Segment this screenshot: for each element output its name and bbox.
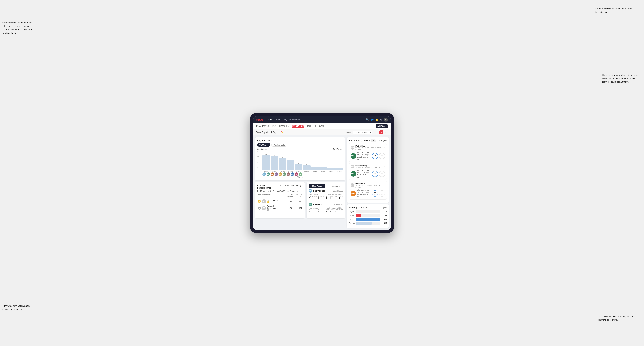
practice-val-0: 6 (318, 197, 320, 199)
shot-item-2: DF David Ford 24 Aug 2023 · Royal North … (349, 181, 387, 199)
edit-icon[interactable]: ✏️ (281, 131, 283, 134)
shot-chevron-0[interactable]: › (384, 146, 385, 149)
tab-most-active[interactable]: Most Active (309, 184, 326, 188)
putt-label: PUTT (339, 195, 343, 197)
shot-info-2: Shot Dist: 16 ydsStart Lie: RoughEnd Lie… (357, 189, 371, 198)
subnav-tour[interactable]: Tour (307, 125, 311, 128)
users-icon[interactable]: 👥 (371, 118, 374, 121)
tab-least-active[interactable]: Least Active (326, 184, 343, 188)
birdies-count: 96 (382, 215, 387, 216)
bell-icon[interactable]: 🔔 (376, 118, 378, 121)
scoring-players-dropdown[interactable]: All Players (378, 207, 387, 209)
grid-icon[interactable]: ⊞ (375, 130, 379, 134)
practice-label-1: Practice (318, 209, 324, 211)
shot-name-1: Blair McHarg (356, 165, 383, 167)
eagles-bar-bg (356, 210, 380, 213)
pars-count: 499 (382, 218, 387, 220)
shot-metrics-1: 43 yds 0 yds (372, 171, 385, 177)
birdies-bar-fill (356, 214, 361, 217)
bar-name-5: O. Billingham (304, 171, 309, 172)
bar-name-4: E. Ebert (296, 171, 301, 172)
putt-val-1: 0 (339, 211, 340, 213)
leaderboard-row-0: 1 RB Richard Butler 🥇 19/20 110 (257, 198, 303, 204)
search-icon[interactable]: 🔍 (366, 118, 369, 121)
apl-rounds-label-0: Total Rounds Tournament 7 Practice (309, 194, 324, 199)
subnav-all-players[interactable]: All Players (314, 125, 324, 128)
apl-rounds-1: Total Rounds Tournament 8 Practice (309, 207, 324, 213)
shot-player-row-1: BM Blair McHarg 23 Jul 2023 · Ashridge G… (350, 165, 385, 169)
shot-chevron-1[interactable]: › (384, 165, 385, 168)
pars-label: Pars (349, 218, 355, 220)
eagles-bar-fill (356, 210, 356, 213)
tournament-label: Tournament (309, 195, 317, 197)
birdies-bar-bg (356, 214, 380, 217)
bar-col-0: 13 B. McHarg (262, 154, 270, 172)
col-player-name: PLAYER NAME (258, 194, 284, 197)
shot-badge-1: 200 SG (350, 171, 356, 177)
player-col-2: Edward Crossman 🥈 (267, 205, 282, 211)
best-shots-card: Best Shots All Shots ▼ All Players MM Ma… (347, 137, 389, 202)
shot-info-1: Shot Dist: 43 ydsStart Lie: RoughEnd Lie… (357, 170, 371, 178)
app-label-1: APP (330, 209, 334, 211)
tab-on-course[interactable]: On Course (257, 143, 270, 147)
subnav-team-clippd[interactable]: Team Clippd (292, 125, 304, 128)
arg-val-1: 0 (334, 211, 336, 213)
tablet-device: clippd Home Teams My Performance 🔍 👥 🔔 ⊕… (250, 113, 394, 233)
user-avatar[interactable]: U (384, 118, 388, 122)
list-icon[interactable]: ≡ (384, 130, 388, 134)
nav-teams[interactable]: Teams (275, 119, 282, 121)
eagles-label: Eagles (349, 211, 355, 213)
shot-metrics-2: 16 yds 0 yds (372, 190, 385, 197)
subnav-hcaps[interactable]: Hcaps 1-5 (279, 125, 289, 128)
tablet-screen: clippd Home Teams My Performance 🔍 👥 🔔 ⊕… (254, 116, 390, 229)
bar-val-2: 10 (282, 157, 283, 158)
arg-label: ARG (334, 195, 338, 197)
add-team-button[interactable]: Add Team (376, 124, 388, 128)
plus-circle-icon[interactable]: ⊕ (380, 118, 382, 121)
scoring-par-dropdown[interactable]: Par 3, 4 & 5s (358, 207, 368, 209)
col-pb-avg: PB AVG SQ (293, 194, 302, 197)
shot-avatar-ford: DF (350, 183, 354, 187)
birdies-label: Birdies (349, 215, 355, 216)
shot-metrics-0: 67 yds 0 yds (372, 153, 385, 159)
apl-practice-1: Total Practice Activities GTT0 APP0 ARG0… (326, 207, 343, 213)
apl-avatar-1: RB (309, 203, 312, 206)
bar-val-4: 5 (298, 163, 299, 164)
drill-dropdown[interactable]: PUTT Must Make Putting ... (280, 184, 303, 189)
shot-chevron-2[interactable]: › (384, 184, 385, 187)
subnav-pgat[interactable]: PGAT Players (256, 125, 269, 128)
chart-dropdown[interactable]: Total Rounds (333, 148, 343, 150)
shot-detail-1: 23 Jul 2023 · Ashridge GC, Hole 15 (356, 167, 383, 169)
leaderboard-row-1: 2 EC Edward Crossman 🥈 18/20 107 (257, 204, 303, 212)
annotation-filter-player: You can also filter to show just one pla… (598, 315, 639, 322)
nav-my-performance[interactable]: My Performance (284, 119, 300, 121)
best-shots-header: Best Shots All Shots ▼ All Players (349, 139, 387, 142)
activity-tabs: On Course Practice Drills (257, 143, 343, 147)
best-shots-players-dropdown[interactable]: All Players (378, 140, 387, 142)
nav-home[interactable]: Home (267, 119, 272, 121)
bar-col-6: 3 R. Butler (311, 165, 319, 172)
best-shots-title: Best Shots (349, 140, 360, 142)
apl-header-1: RB Rees Britt 02 Sep 2023 (309, 203, 343, 206)
bar-6 (311, 167, 319, 170)
view-icons: ⊞ ♥ ≡ (375, 130, 388, 134)
heart-icon[interactable]: ♥ (380, 130, 383, 134)
top-nav: clippd Home Teams My Performance 🔍 👥 🔔 ⊕… (254, 116, 390, 123)
subnav-pga[interactable]: PGA (272, 125, 276, 128)
show-dropdown[interactable]: Last 3 months Last 6 months Last 12 mont… (353, 131, 372, 134)
apl-stats-1: Total Rounds Tournament 8 Practice (309, 207, 343, 213)
toggle-all-shots[interactable]: All Shots (361, 139, 371, 142)
avatar-10: LR (299, 173, 302, 176)
score-butler: 19/20 (284, 200, 292, 202)
active-player-1: RB Rees Britt 02 Sep 2023 Total Rounds T… (309, 203, 343, 215)
bar-val-6: 3 (314, 165, 315, 166)
apl-name-0: Blair McHarg (313, 190, 332, 192)
metric-dist-0: 67 yds (372, 153, 378, 159)
avatar-3: DF (270, 173, 274, 176)
show-label: Show: (346, 131, 352, 133)
tab-practice-drills[interactable]: Practice Drills (272, 143, 287, 147)
toggle-my-shots[interactable]: ▼ (371, 139, 376, 142)
player-mini-avatar-butler: RB (262, 199, 266, 203)
bar-7 (319, 167, 327, 170)
bar-3 (287, 160, 294, 170)
